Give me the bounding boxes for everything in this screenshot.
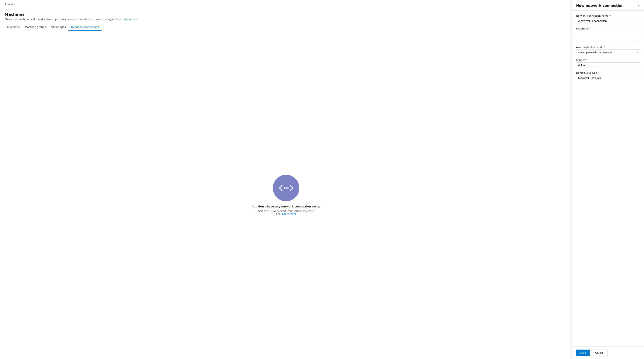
panel-footer: Save Cancel (572, 346, 644, 359)
empty-learn-more-link[interactable]: Learn more (282, 212, 296, 215)
close-panel-button[interactable]: ✕ (636, 3, 640, 8)
chevron-down-icon: ▾ (14, 3, 15, 5)
svg-point-2 (288, 187, 289, 189)
connection-name-input[interactable] (576, 18, 640, 24)
tab-machine-groups[interactable]: Machine groups (22, 24, 48, 31)
new-button-label: New (7, 3, 13, 6)
panel-title: New network connection (576, 3, 624, 7)
azure-vnet-group: Azure virtual network * vmtemplatewithco… (576, 46, 640, 55)
panel-header: New network connection ✕ (572, 0, 644, 10)
panel-body: Network connection name * Description Az… (572, 10, 644, 346)
tab-network-connections[interactable]: Network connections (68, 24, 102, 31)
tab-machines[interactable]: Machines (4, 24, 22, 31)
azure-vnet-label: Azure virtual network * (576, 46, 640, 48)
svg-point-0 (284, 187, 285, 189)
network-icon-circle (273, 175, 299, 201)
description-label: Description (576, 27, 640, 30)
required-asterisk-vnet: * (603, 46, 605, 48)
description-group: Description (576, 27, 640, 42)
empty-state-title: You don't have any network connection se… (252, 205, 320, 208)
required-asterisk: * (609, 14, 611, 17)
new-button[interactable]: + New ▾ (3, 2, 16, 6)
tabs-bar: Machines Machine groups VM images Networ… (0, 24, 572, 31)
page-header: Machines Check the real-time health and … (0, 8, 572, 24)
domain-join-type-select[interactable]: Microsoft Entra join (576, 75, 640, 81)
domain-join-type-select-wrapper: Microsoft Entra join ▾ (576, 75, 640, 81)
required-asterisk-subnet: * (585, 58, 587, 61)
subnet-select[interactable]: default (576, 62, 640, 68)
subnet-select-wrapper: default ▾ (576, 62, 640, 68)
subnet-group: Subnet * default ▾ (576, 58, 640, 68)
tab-vm-images[interactable]: VM images (48, 24, 68, 31)
subnet-label: Subnet * (576, 58, 640, 61)
description-textarea[interactable] (576, 31, 640, 42)
learn-more-link[interactable]: Learn more (124, 18, 138, 20)
cancel-button[interactable]: Cancel (591, 350, 608, 356)
page-title: Machines (4, 12, 568, 17)
svg-point-1 (286, 187, 287, 189)
network-icon (278, 184, 294, 192)
toolbar: + New ▾ (0, 0, 572, 8)
required-asterisk-domain: * (598, 71, 600, 74)
close-icon: ✕ (637, 4, 640, 7)
connection-name-group: Network connection name * (576, 14, 640, 24)
domain-join-type-group: Domain join type * Microsoft Entra join … (576, 71, 640, 81)
azure-vnet-select-wrapper: vmtemplatewithcontoso-vnet ▾ (576, 49, 640, 55)
save-button[interactable]: Save (576, 350, 590, 356)
plus-icon: + (4, 2, 6, 6)
connection-name-label: Network connection name * (576, 14, 640, 17)
domain-join-type-label: Domain join type * (576, 71, 640, 74)
new-network-connection-panel: New network connection ✕ Network connect… (572, 0, 644, 359)
azure-vnet-select[interactable]: vmtemplatewithcontoso-vnet (576, 49, 640, 55)
empty-state-description: Select "+ New network connection" to cre… (256, 210, 316, 215)
page-subtitle: Check the real-time health and status of… (4, 18, 568, 20)
empty-state: You don't have any network connection se… (0, 31, 572, 359)
